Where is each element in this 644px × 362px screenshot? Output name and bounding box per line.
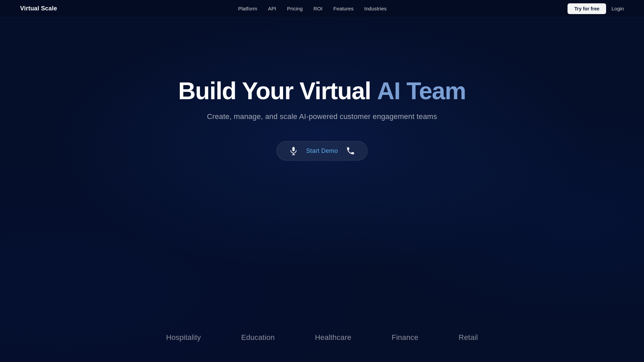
navbar: Virtual Scale PlatformAPIPricingROIFeatu… [0, 0, 644, 17]
demo-container: Start Demo [276, 141, 368, 161]
nav-link-features[interactable]: Features [333, 6, 354, 11]
microphone-icon [289, 146, 298, 156]
demo-label: Start Demo [306, 147, 338, 155]
try-for-free-button[interactable]: Try for free [568, 3, 606, 14]
hero-title-part1: Build Your Virtual [178, 77, 377, 104]
industry-item-healthcare[interactable]: Healthcare [315, 333, 352, 342]
industry-item-finance[interactable]: Finance [391, 333, 418, 342]
industries-section: HospitalityEducationHealthcareFinanceRet… [0, 333, 644, 342]
login-button[interactable]: Login [611, 6, 624, 11]
hero-title-highlight: AI Team [377, 77, 466, 104]
industry-item-hospitality[interactable]: Hospitality [166, 333, 201, 342]
phone-icon [346, 146, 355, 156]
nav-link-platform[interactable]: Platform [238, 6, 257, 11]
nav-link-pricing[interactable]: Pricing [287, 6, 303, 11]
nav-logo: Virtual Scale [20, 5, 57, 12]
nav-link-roi[interactable]: ROI [314, 6, 323, 11]
industry-item-retail[interactable]: Retail [459, 333, 478, 342]
nav-links: PlatformAPIPricingROIFeaturesIndustries [238, 6, 387, 12]
nav-actions: Try for free Login [568, 3, 624, 14]
hero-section: Build Your Virtual AI Team Create, manag… [0, 17, 644, 161]
hero-subtitle: Create, manage, and scale AI-powered cus… [207, 112, 437, 121]
industry-item-education[interactable]: Education [241, 333, 275, 342]
svg-rect-0 [292, 147, 294, 152]
nav-link-industries[interactable]: Industries [364, 6, 387, 11]
start-demo-button[interactable]: Start Demo [276, 141, 368, 161]
nav-link-api[interactable]: API [268, 6, 276, 11]
hero-title: Build Your Virtual AI Team [178, 78, 466, 104]
